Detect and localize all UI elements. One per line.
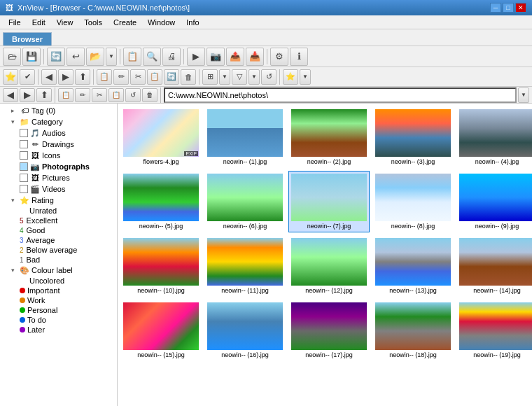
menu-file[interactable]: File — [3, 17, 27, 28]
thumbnail-item[interactable]: neowin-- (1).jpg — [204, 106, 286, 168]
sidebar-item-todo[interactable]: To do — [0, 315, 117, 325]
toolbar2-rotate[interactable]: 🔄 — [164, 69, 179, 85]
open-folder-button[interactable]: 🗁 — [3, 48, 21, 66]
thumbnail-item[interactable]: neowin-- (16).jpg — [204, 300, 286, 361]
sidebar-item-rating[interactable]: ▾ ⭐ Rating — [0, 195, 117, 206]
menu-window[interactable]: Window — [142, 17, 181, 28]
sidebar-item-category[interactable]: ▾ 📁 Category — [0, 116, 117, 127]
thumbnail-item[interactable]: neowin-- (5).jpg — [120, 171, 202, 232]
thumbnail-item[interactable]: neowin-- (14).jpg — [456, 235, 532, 297]
menu-info[interactable]: Info — [181, 17, 204, 28]
sidebar-item-below-average[interactable]: 2 Below average — [0, 245, 117, 255]
thumbnail-item[interactable]: neowin-- (13).jpg — [372, 235, 454, 297]
thumbnail-item[interactable]: neowin-- (11).jpg — [204, 235, 286, 297]
toolbar2-cut[interactable]: ✂ — [130, 69, 146, 85]
thumbnail-item[interactable]: neowin-- (9).jpg — [456, 171, 532, 232]
view-dropdown[interactable]: ▼ — [219, 69, 230, 85]
bookmark-dropdown[interactable]: ▼ — [300, 69, 311, 85]
camera-button[interactable]: 📷 — [206, 48, 225, 66]
browse-button[interactable]: 📂 — [86, 48, 104, 66]
thumbnail-item[interactable]: neowin-- (17).jpg — [288, 300, 370, 361]
toolbar2-edit[interactable]: ✏ — [113, 69, 129, 85]
pictures-checkbox[interactable] — [20, 174, 28, 182]
videos-checkbox[interactable] — [20, 185, 28, 193]
sidebar-item-icons[interactable]: 🖼 Icons — [0, 150, 117, 161]
thumbnail-item[interactable]: neowin-- (3).jpg — [372, 106, 454, 168]
sidebar-item-photographs[interactable]: 📷 Photographs — [0, 161, 117, 172]
thumbnail-item[interactable]: neowin-- (6).jpg — [204, 171, 286, 232]
drawings-checkbox[interactable] — [20, 140, 28, 148]
slideshow-button[interactable]: ▶ — [187, 48, 205, 66]
sidebar-item-videos[interactable]: 🎬 Videos — [0, 183, 117, 195]
thumbnail-item[interactable]: neowin-- (18).jpg — [372, 300, 454, 361]
sidebar-item-later[interactable]: Later — [0, 325, 117, 335]
toolbar2-paste[interactable]: 📋 — [147, 69, 162, 85]
sidebar-item-average[interactable]: 3 Average — [0, 235, 117, 245]
sidebar-item-pictures[interactable]: 🖼 Pictures — [0, 172, 117, 183]
photographs-checkbox[interactable] — [20, 162, 28, 171]
toolbar2-copy2[interactable]: 📋 — [97, 69, 112, 85]
sidebar-item-good[interactable]: 4 Good — [0, 225, 117, 235]
sidebar-item-tag[interactable]: ▸ 🏷 Tag (0) — [0, 105, 117, 116]
back-button[interactable]: ↩ — [66, 48, 85, 66]
audios-checkbox[interactable] — [20, 129, 28, 137]
sidebar-item-audios[interactable]: 🎵 Audios — [0, 127, 117, 139]
upload-button[interactable]: 📤 — [226, 48, 244, 66]
toolbar2-nav-prev[interactable]: ◀ — [41, 69, 57, 85]
copy-button[interactable]: 📋 — [123, 48, 141, 66]
minimize-button[interactable]: ─ — [490, 3, 501, 13]
close-button[interactable]: ✕ — [515, 3, 526, 13]
sidebar-item-work[interactable]: Work — [0, 295, 117, 305]
thumbnail-item[interactable]: neowin-- (8).jpg — [372, 171, 454, 232]
toolbar2-delete[interactable]: 🗑 — [181, 69, 196, 85]
toolbar2-up[interactable]: ⬆ — [75, 69, 90, 85]
icons-checkbox[interactable] — [20, 151, 28, 160]
thumbnail-item[interactable]: neowin-- (4).jpg — [456, 106, 532, 168]
thumbnail-item[interactable]: neowin-- (2).jpg — [288, 106, 370, 168]
nav-up[interactable]: ⬆ — [36, 88, 52, 102]
path-bar[interactable]: C:\www.NEOWIN.net\photos\ — [164, 88, 517, 103]
maximize-button[interactable]: □ — [503, 3, 514, 13]
menu-edit[interactable]: Edit — [27, 17, 51, 28]
print-button[interactable]: 🖨 — [162, 48, 181, 66]
menu-view[interactable]: View — [51, 17, 79, 28]
browser-tab[interactable]: Browser — [3, 32, 52, 46]
sidebar-item-drawings[interactable]: ✏ Drawings — [0, 139, 117, 150]
nav-cut[interactable]: ✂ — [92, 88, 107, 102]
thumbnail-item[interactable]: EXIFflowers-4.jpg — [120, 106, 202, 168]
thumbnail-item[interactable]: neowin-- (12).jpg — [288, 235, 370, 297]
menu-create[interactable]: Create — [108, 17, 142, 28]
toolbar2-refresh2[interactable]: ↺ — [261, 69, 276, 85]
sidebar-item-uncolored[interactable]: Uncolored — [0, 276, 117, 286]
search-button[interactable]: 🔍 — [143, 48, 161, 66]
sidebar-item-excellent[interactable]: 5 Excellent — [0, 216, 117, 225]
toolbar2-filter[interactable]: ▽ — [232, 69, 247, 85]
download-button[interactable]: 📥 — [246, 48, 264, 66]
nav-paste[interactable]: 📋 — [108, 88, 124, 102]
refresh-button[interactable]: 🔄 — [47, 48, 65, 66]
sidebar-item-bad[interactable]: 1 Bad — [0, 255, 117, 265]
settings-button[interactable]: ⚙ — [270, 48, 288, 66]
sidebar-item-unrated[interactable]: Unrated — [0, 206, 117, 216]
info-button[interactable]: ℹ — [290, 48, 308, 66]
toolbar2-nav-next[interactable]: ▶ — [58, 69, 74, 85]
thumbnail-item[interactable]: neowin-- (19).jpg — [456, 300, 532, 361]
browse-dropdown[interactable]: ▼ — [106, 48, 117, 66]
save-button[interactable]: 💾 — [22, 48, 41, 66]
menu-tools[interactable]: Tools — [78, 17, 108, 28]
thumbnail-item[interactable]: neowin-- (7).jpg — [288, 171, 370, 232]
toolbar2-star-button[interactable]: ⭐ — [3, 69, 18, 85]
toolbar2-bookmark[interactable]: ⭐ — [283, 69, 298, 85]
nav-copy[interactable]: 📋 — [58, 88, 74, 102]
path-dropdown[interactable]: ▼ — [518, 88, 529, 103]
nav-forward[interactable]: ▶ — [20, 88, 35, 102]
toolbar2-grid[interactable]: ⊞ — [202, 69, 218, 85]
thumbnail-item[interactable]: neowin-- (15).jpg — [120, 300, 202, 361]
thumbnail-item[interactable]: neowin-- (10).jpg — [120, 235, 202, 297]
sidebar-item-important[interactable]: Important — [0, 286, 117, 295]
nav-back[interactable]: ◀ — [3, 88, 18, 102]
nav-delete[interactable]: 🗑 — [142, 88, 158, 102]
toolbar2-check-button[interactable]: ✔ — [20, 69, 35, 85]
nav-rotate[interactable]: ↺ — [125, 88, 141, 102]
nav-edit[interactable]: ✏ — [75, 88, 90, 102]
